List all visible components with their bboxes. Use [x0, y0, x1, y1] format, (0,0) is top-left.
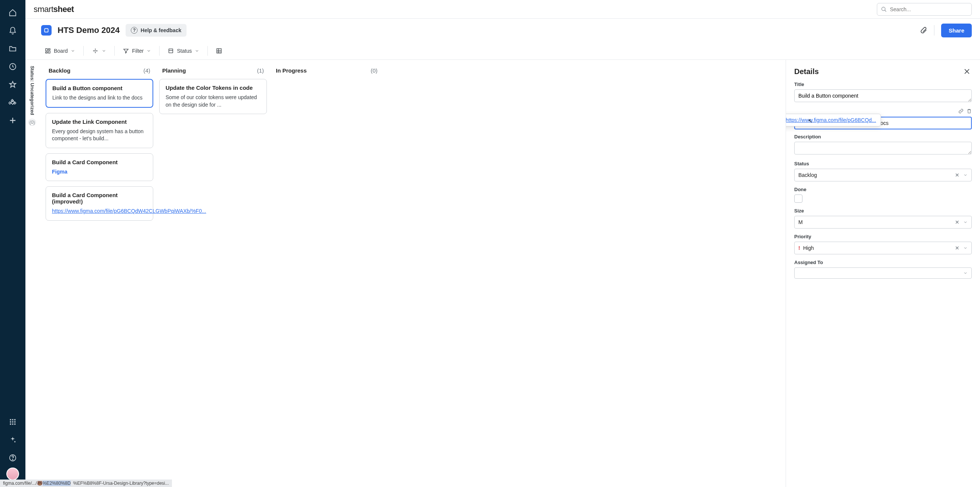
question-icon: ?	[131, 27, 138, 34]
group-by-button[interactable]: Status	[164, 46, 203, 56]
card-body: https://www.figma.com/file/pG6BCQdW42CLG…	[52, 208, 147, 215]
delete-icon[interactable]	[967, 109, 972, 114]
svg-rect-20	[169, 49, 173, 53]
user-avatar[interactable]	[6, 468, 19, 480]
card-title: Build a Card Component (improved!)	[52, 192, 147, 204]
group-icon	[168, 48, 174, 54]
tooltip-url[interactable]: https://www.figma.com/file/pG6BCQd...	[786, 117, 876, 123]
card[interactable]: Build a Card Component Figma	[46, 153, 153, 181]
card-title: Update the Color Tokens in code	[165, 85, 261, 91]
card-body: Some of our color tokens were updated on…	[165, 94, 261, 109]
density-icon	[92, 48, 99, 54]
chevron-down-icon	[146, 49, 151, 53]
filter-button[interactable]: Filter	[119, 46, 155, 56]
search-icon	[881, 6, 887, 12]
chevron-down-icon	[963, 173, 968, 177]
svg-rect-10	[14, 423, 15, 425]
column-title: Planning	[162, 67, 186, 74]
view-toolbar: Board Filter Status	[25, 42, 980, 60]
table-icon	[216, 48, 222, 54]
chevron-down-icon	[963, 220, 968, 224]
field-label-size: Size	[794, 208, 972, 214]
workspace-icon	[41, 25, 52, 35]
card-body: Every good design system has a button co…	[52, 128, 147, 142]
field-label-priority: Priority	[794, 234, 972, 240]
lane-count: (0)	[29, 119, 36, 126]
filter-icon	[123, 48, 129, 54]
home-icon[interactable]	[5, 5, 21, 21]
svg-point-13	[12, 459, 13, 460]
divider	[934, 25, 934, 35]
card[interactable]: Build a Button component Link to the des…	[46, 79, 153, 108]
column-count: (0)	[371, 67, 377, 74]
folder-icon[interactable]	[5, 40, 21, 57]
column-title: In Progress	[276, 67, 307, 74]
card[interactable]: Build a Card Component (improved!) https…	[46, 186, 153, 221]
card[interactable]: Update the Color Tokens in code Some of …	[159, 79, 267, 114]
card-title: Update the Link Component	[52, 118, 147, 125]
svg-rect-6	[12, 421, 13, 422]
priority-select[interactable]: ! High ✕	[794, 242, 972, 254]
link-icon[interactable]	[958, 109, 964, 114]
workspace-header: HTS Demo 2024 ? Help & feedback Share	[25, 19, 980, 42]
column-backlog: Backlog(4) Build a Button component Link…	[43, 66, 156, 481]
column-planning: Planning(1) Update the Color Tokens in c…	[156, 66, 270, 481]
close-icon[interactable]	[962, 67, 972, 76]
help-icon[interactable]	[5, 450, 21, 466]
field-label-description: Description	[794, 134, 972, 139]
svg-rect-7	[14, 421, 15, 422]
svg-point-11	[14, 441, 15, 442]
apps-grid-icon[interactable]	[5, 414, 21, 430]
table-view-button[interactable]	[212, 46, 226, 56]
description-input[interactable]	[794, 142, 972, 155]
clear-icon[interactable]: ✕	[955, 172, 959, 178]
svg-rect-17	[48, 49, 50, 50]
card[interactable]: Update the Link Component Every good des…	[46, 113, 153, 148]
card-body: Link to the designs and link to the docs	[52, 94, 146, 102]
svg-point-14	[882, 7, 885, 11]
recents-icon[interactable]	[5, 58, 21, 75]
favorites-icon[interactable]	[5, 76, 21, 93]
global-search[interactable]	[877, 3, 972, 16]
browser-statusbar: figma.com/file/.../🐻%E2%80%8D %EF%B8%8F-…	[0, 479, 172, 487]
swim-lane-header: Status: Uncategorized (0)	[25, 60, 39, 487]
clear-icon[interactable]: ✕	[955, 219, 959, 225]
field-label-title: Title	[794, 81, 972, 87]
board-view-selector[interactable]: Board	[41, 46, 79, 56]
column-in-progress: In Progress(0)	[270, 66, 383, 481]
workapps-icon[interactable]	[5, 94, 21, 111]
link-tooltip: https://www.figma.com/file/pG6BCQd... ↖	[786, 114, 881, 126]
column-count: (4)	[143, 67, 150, 74]
workspace-title: HTS Demo 2024	[57, 26, 119, 35]
svg-rect-16	[46, 49, 48, 51]
svg-rect-8	[10, 423, 11, 425]
title-input[interactable]	[794, 89, 972, 102]
brand-logo: smartsheet	[33, 5, 74, 14]
field-label-done: Done	[794, 187, 972, 192]
details-heading: Details	[794, 67, 819, 76]
field-label-status: Status	[794, 161, 972, 166]
svg-rect-2	[10, 419, 11, 420]
field-label-assigned: Assigned To	[794, 260, 972, 265]
chevron-down-icon	[963, 271, 968, 275]
sparkle-icon[interactable]	[5, 432, 21, 448]
notifications-icon[interactable]	[5, 22, 21, 39]
left-nav-rail	[0, 0, 25, 487]
attachment-icon[interactable]	[920, 26, 927, 34]
card-body: Figma	[52, 168, 147, 176]
layout-density-button[interactable]	[88, 45, 110, 56]
clear-icon[interactable]: ✕	[955, 245, 959, 251]
card-title: Build a Card Component	[52, 159, 147, 165]
search-input[interactable]	[890, 6, 968, 12]
svg-rect-5	[10, 421, 11, 422]
svg-rect-21	[217, 49, 221, 53]
status-select[interactable]: Backlog ✕	[794, 169, 972, 181]
column-title: Backlog	[49, 67, 70, 74]
help-feedback-button[interactable]: ? Help & feedback	[126, 24, 186, 37]
size-select[interactable]: M ✕	[794, 216, 972, 228]
add-icon[interactable]	[5, 112, 21, 129]
share-button[interactable]: Share	[941, 24, 972, 37]
assigned-to-select[interactable]	[794, 267, 972, 279]
svg-rect-4	[14, 419, 15, 420]
done-checkbox[interactable]	[794, 195, 802, 203]
